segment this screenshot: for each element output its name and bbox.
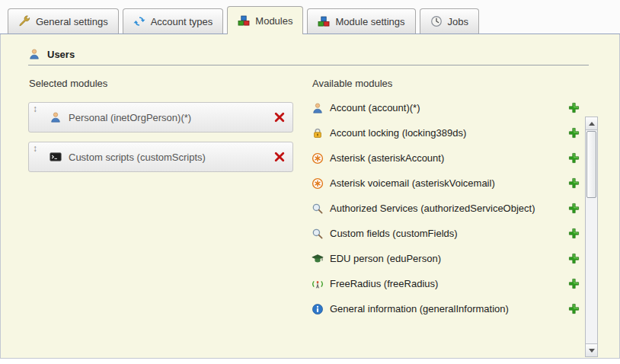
info-icon: [312, 303, 324, 315]
magnifier-icon: [312, 228, 324, 240]
sync-arrows-icon: [133, 15, 145, 27]
available-module-row: Account (account)(*): [312, 95, 580, 120]
tab-label: Module settings: [335, 16, 404, 27]
green-plus-icon[interactable]: [568, 253, 580, 264]
tab-module-settings[interactable]: Module settings: [307, 8, 415, 34]
tab-account-types[interactable]: Account types: [123, 8, 224, 34]
magnifier-icon: [312, 203, 324, 215]
tab-label: Modules: [255, 15, 292, 27]
asterisk-icon: [312, 152, 324, 164]
available-modules-heading: Available modules: [312, 78, 580, 89]
tab-label: Jobs: [448, 16, 468, 27]
available-module-label: EDU person (eduPerson): [330, 253, 441, 264]
available-module-label: Authorized Services (authorizedServiceOb…: [330, 203, 535, 214]
selected-module-row[interactable]: ↕ Custom scripts (customScripts): [28, 142, 293, 172]
tab-modules[interactable]: Modules: [227, 6, 303, 34]
graduation-cap-icon: [312, 253, 324, 265]
section-heading-users: Users: [28, 34, 619, 60]
selected-module-label: Personal (inetOrgPerson)(*): [69, 112, 191, 123]
selected-modules-list: ↕ Personal (inetOrgPerson)(*) ↕ Custom s…: [28, 102, 293, 172]
selected-module-label: Custom scripts (customScripts): [69, 152, 206, 163]
available-modules-list: Account (account)(*) Account locking (lo…: [312, 95, 580, 321]
green-plus-icon[interactable]: [568, 152, 580, 164]
red-x-icon[interactable]: [273, 111, 286, 123]
green-plus-icon[interactable]: [568, 203, 580, 214]
drag-handle-icon[interactable]: ↕: [33, 104, 37, 114]
arrow-up-icon: [589, 122, 595, 126]
tab-bar: General settings Account types Modules M…: [0, 0, 620, 34]
available-module-label: General information (generalInformation): [330, 303, 509, 315]
available-modules-scrollbar[interactable]: [585, 117, 598, 357]
available-module-row: FreeRadius (freeRadius): [312, 271, 580, 296]
selected-module-row[interactable]: ↕ Personal (inetOrgPerson)(*): [28, 102, 293, 133]
available-module-row: Asterisk (asteriskAccount): [312, 145, 580, 171]
person-icon: [50, 111, 62, 123]
available-module-row: Custom fields (customFields): [312, 221, 580, 246]
available-module-label: FreeRadius (freeRadius): [330, 278, 438, 289]
selected-modules-heading: Selected modules: [29, 78, 293, 89]
available-module-row: Authorized Services (authorizedServiceOb…: [312, 196, 580, 221]
green-plus-icon[interactable]: [568, 303, 580, 315]
section-title: Users: [47, 49, 75, 60]
person-icon: [312, 102, 324, 114]
tab-jobs[interactable]: Jobs: [420, 8, 479, 34]
green-plus-icon[interactable]: [568, 102, 580, 113]
tab-label: Account types: [151, 16, 213, 27]
section-divider: [28, 65, 589, 65]
user-icon: [28, 48, 40, 60]
padlock-icon: [312, 127, 324, 139]
available-module-label: Asterisk (asteriskAccount): [330, 152, 444, 164]
green-plus-icon[interactable]: [568, 278, 580, 289]
green-plus-icon[interactable]: [568, 177, 580, 189]
available-module-label: Account (account)(*): [330, 102, 420, 113]
available-module-row: General information (generalInformation): [312, 296, 580, 321]
blocks-icon: [318, 15, 330, 27]
scroll-down-button[interactable]: [586, 343, 597, 356]
available-module-row: Asterisk voicemail (asteriskVoicemail): [312, 171, 580, 196]
scroll-up-button[interactable]: [586, 117, 597, 130]
arrow-down-icon: [589, 349, 595, 353]
available-module-label: Asterisk voicemail (asteriskVoicemail): [330, 177, 495, 189]
asterisk-icon: [312, 177, 324, 190]
available-module-label: Account locking (locking389ds): [330, 127, 466, 139]
modules-panel: Users Selected modules ↕ Personal (inetO…: [0, 34, 620, 359]
available-module-row: Account locking (locking389ds): [312, 120, 580, 145]
drag-handle-icon[interactable]: ↕: [33, 144, 37, 154]
tab-label: General settings: [36, 16, 108, 27]
clock-icon: [430, 15, 443, 27]
antenna-icon: [312, 278, 324, 290]
wrench-icon: [18, 15, 30, 27]
green-plus-icon[interactable]: [568, 127, 580, 139]
available-module-row: EDU person (eduPerson): [312, 246, 580, 271]
red-x-icon[interactable]: [273, 151, 286, 163]
available-module-label: Custom fields (customFields): [330, 228, 458, 239]
terminal-icon: [50, 151, 62, 163]
blocks-icon: [238, 14, 250, 27]
scrollbar-thumb[interactable]: [586, 131, 596, 198]
tab-general-settings[interactable]: General settings: [8, 8, 119, 34]
green-plus-icon[interactable]: [568, 228, 580, 239]
